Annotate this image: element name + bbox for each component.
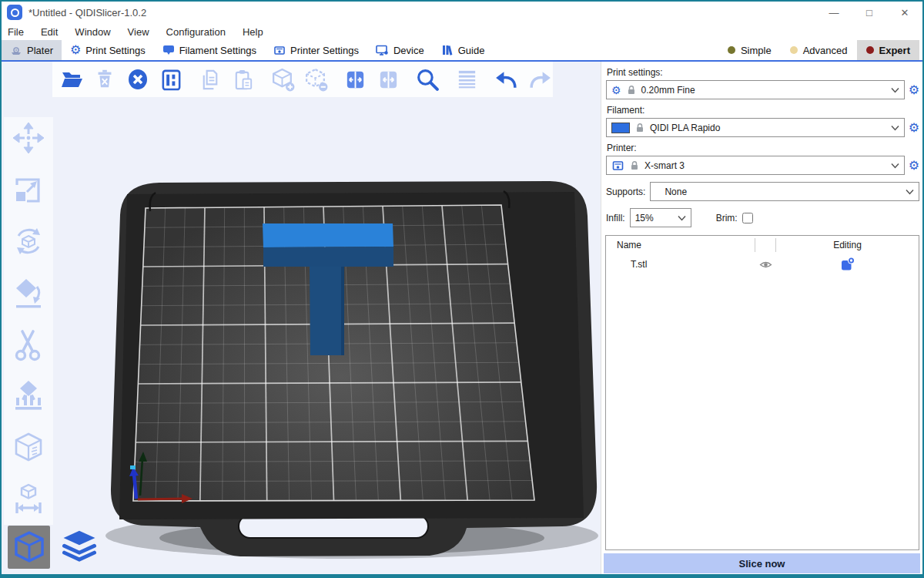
seam-tool-button[interactable] xyxy=(11,430,46,465)
redo-button[interactable] xyxy=(527,66,553,93)
app-window: *Untitled - QIDISlicer-1.0.2 — □ ✕ File … xyxy=(0,0,924,578)
move-tool-button[interactable] xyxy=(11,120,46,156)
menu-view[interactable]: View xyxy=(128,26,149,38)
supports-combo[interactable]: None xyxy=(650,182,919,201)
maximize-button[interactable]: □ xyxy=(852,2,887,23)
printer-small-icon xyxy=(611,160,624,172)
edit-object-icon[interactable] xyxy=(776,257,919,271)
delete-all-button[interactable] xyxy=(125,66,151,93)
chevron-down-icon xyxy=(891,125,899,131)
infill-value: 15% xyxy=(635,213,654,223)
slice-now-button[interactable]: Slice now xyxy=(604,553,920,573)
search-button[interactable] xyxy=(415,66,441,93)
filament-value: QIDI PLA Rapido xyxy=(650,123,720,133)
lock-icon xyxy=(630,160,639,170)
visibility-eye-icon[interactable] xyxy=(755,259,776,271)
preview-view-button[interactable] xyxy=(58,526,100,569)
minimize-button[interactable]: — xyxy=(816,2,852,23)
mode-expert[interactable]: Expert xyxy=(857,40,919,60)
menu-bar: File Edit Window View Configuration Help xyxy=(2,23,922,40)
menu-edit[interactable]: Edit xyxy=(41,26,58,38)
scale-tool-button[interactable] xyxy=(11,172,46,207)
3d-viewport[interactable] xyxy=(2,62,601,574)
printer-combo[interactable]: X-smart 3 xyxy=(606,156,905,175)
infill-combo[interactable]: 15% xyxy=(630,208,691,227)
filament-icon xyxy=(162,44,175,56)
simple-dot-icon xyxy=(728,46,735,54)
cut-tool-button[interactable] xyxy=(11,327,46,362)
title-bar: *Untitled - QIDISlicer-1.0.2 — □ ✕ xyxy=(2,2,922,23)
mode-simple[interactable]: Simple xyxy=(718,40,781,60)
paint-supports-tool-button[interactable] xyxy=(11,378,46,414)
edit-printer-button[interactable]: ⚙ xyxy=(909,160,919,172)
guide-books-icon xyxy=(441,44,454,56)
name-column-header: Name xyxy=(606,240,755,250)
printer-label: Printer: xyxy=(607,143,922,153)
chevron-down-icon xyxy=(891,87,899,93)
visibility-column-header xyxy=(755,238,776,252)
menu-configuration[interactable]: Configuration xyxy=(166,26,226,38)
arrange-button[interactable] xyxy=(158,66,184,93)
variable-layer-height-button[interactable] xyxy=(454,66,480,93)
gizmo-toolbar xyxy=(4,117,53,525)
object-list-header: Name Editing xyxy=(606,236,919,254)
tab-plater[interactable]: Plater xyxy=(2,40,62,60)
chevron-down-icon xyxy=(678,215,686,221)
split-to-objects-button[interactable] xyxy=(343,66,369,93)
open-file-button[interactable] xyxy=(59,66,85,93)
chevron-down-icon xyxy=(891,163,899,169)
tab-filament-settings[interactable]: Filament Settings xyxy=(154,40,265,60)
mode-advanced[interactable]: Advanced xyxy=(781,40,857,60)
printer-value: X-smart 3 xyxy=(644,160,685,171)
print-settings-label: Print settings: xyxy=(607,67,922,78)
tab-device[interactable]: Device xyxy=(367,40,433,60)
supports-label: Supports: xyxy=(606,187,645,197)
menu-file[interactable]: File xyxy=(8,26,24,38)
tab-guide[interactable]: Guide xyxy=(433,40,494,60)
window-title: *Untitled - QIDISlicer-1.0.2 xyxy=(28,7,146,18)
supports-value: None xyxy=(665,187,687,197)
print-bed-scene[interactable] xyxy=(2,62,601,574)
brim-checkbox[interactable] xyxy=(742,213,753,223)
object-name: T.stl xyxy=(606,259,755,270)
delete-button[interactable] xyxy=(92,66,118,93)
place-on-face-tool-button[interactable] xyxy=(11,275,46,311)
print-settings-value: 0.20mm Fine xyxy=(641,85,695,96)
chevron-down-icon xyxy=(906,189,914,195)
print-settings-gear-icon: ⚙ xyxy=(70,44,81,56)
brim-label: Brim: xyxy=(716,213,738,223)
paste-button[interactable] xyxy=(230,66,256,93)
split-to-parts-button[interactable] xyxy=(376,66,402,93)
lock-icon xyxy=(635,123,644,133)
close-button[interactable]: ✕ xyxy=(887,2,922,23)
filament-label: Filament: xyxy=(607,105,922,116)
tab-print-settings[interactable]: ⚙ Print Settings xyxy=(62,40,154,60)
advanced-dot-icon xyxy=(790,46,798,54)
lock-icon xyxy=(627,85,636,95)
print-settings-combo[interactable]: ⚙ 0.20mm Fine xyxy=(606,80,905,99)
view-mode-switcher xyxy=(8,526,100,569)
measure-tool-button[interactable] xyxy=(11,482,46,517)
copy-button[interactable] xyxy=(197,66,223,93)
object-list-row[interactable]: T.stl xyxy=(606,254,919,274)
add-instance-button[interactable] xyxy=(270,66,296,93)
rotate-tool-button[interactable] xyxy=(11,223,46,259)
device-icon xyxy=(376,44,389,56)
editor-view-button[interactable] xyxy=(8,526,50,569)
edit-filament-button[interactable]: ⚙ xyxy=(909,122,919,134)
tab-printer-settings[interactable]: Printer Settings xyxy=(265,40,367,60)
menu-help[interactable]: Help xyxy=(243,26,263,38)
menu-window[interactable]: Window xyxy=(75,26,110,38)
printer-icon xyxy=(273,44,286,56)
app-logo-icon xyxy=(7,5,22,20)
main-toolbar xyxy=(52,62,553,97)
editing-column-header: Editing xyxy=(776,240,919,250)
object-list: Name Editing T.stl xyxy=(605,235,919,550)
undo-button[interactable] xyxy=(494,66,520,93)
remove-instance-button[interactable] xyxy=(303,66,330,93)
filament-combo[interactable]: QIDI PLA Rapido xyxy=(606,118,905,137)
plater-icon xyxy=(10,44,22,56)
edit-print-settings-button[interactable]: ⚙ xyxy=(909,84,919,96)
infill-label: Infill: xyxy=(606,213,625,223)
filament-color-swatch xyxy=(611,123,630,133)
